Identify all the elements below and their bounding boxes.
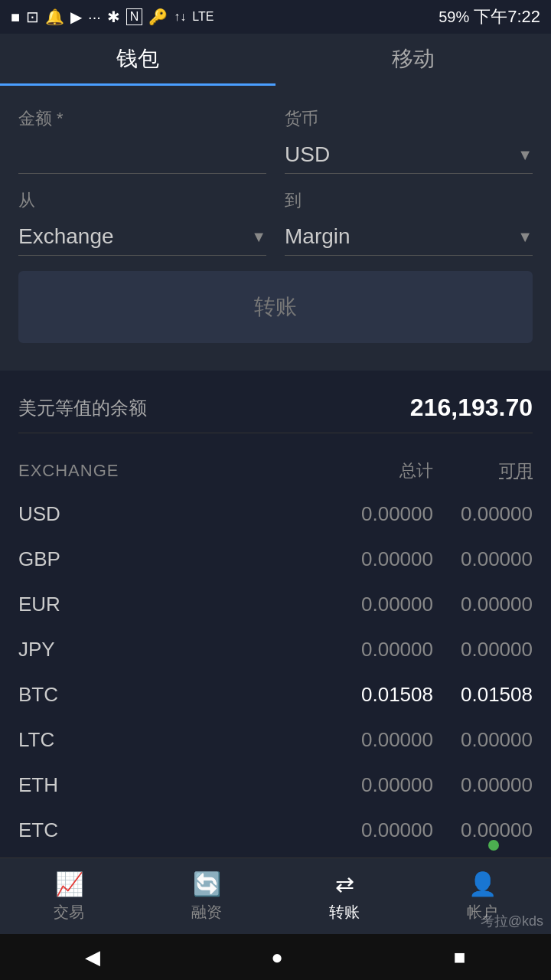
- to-label: 到: [285, 189, 533, 212]
- table-row: BTC 0.01508 0.01508: [18, 672, 533, 717]
- amount-input[interactable]: [18, 136, 266, 174]
- to-chevron-icon: ▼: [517, 228, 533, 246]
- coin-symbol: EUR: [18, 593, 110, 616]
- coin-available: 0.00000: [433, 502, 533, 526]
- coin-values: 0.00000 0.00000: [334, 638, 533, 662]
- android-back-button[interactable]: ◀: [85, 946, 100, 969]
- col-available-header: 可用: [433, 459, 533, 482]
- account-icon: 👤: [468, 871, 497, 897]
- nfc-icon: N: [126, 8, 143, 25]
- table-row: USD 0.00000 0.00000: [18, 492, 533, 537]
- coin-available: 0.01508: [433, 683, 533, 707]
- coin-total: 0.00000: [334, 502, 433, 526]
- table-row: EUR 0.00000 0.00000: [18, 582, 533, 627]
- tab-wallet[interactable]: 钱包: [0, 34, 276, 86]
- from-value: Exchange: [18, 224, 114, 249]
- table-header-row: EXCHANGE 总计 可用: [18, 446, 533, 492]
- coin-symbol: LTC: [18, 728, 110, 752]
- coin-total: 0.00000: [334, 773, 433, 797]
- coin-symbol: USD: [18, 502, 110, 526]
- time-display: 下午7:22: [474, 5, 540, 28]
- amount-label: 金额 *: [18, 107, 266, 130]
- coin-total: 0.00000: [334, 593, 433, 616]
- account-online-dot: [488, 840, 499, 851]
- from-select[interactable]: Exchange ▼: [18, 218, 266, 256]
- coin-values: 0.00000 0.00000: [334, 818, 533, 842]
- status-icon-4: ▶: [70, 8, 82, 26]
- balance-label: 美元等值的余额: [18, 396, 147, 420]
- nav-trade-label: 交易: [54, 902, 84, 923]
- lte-label: LTE: [192, 10, 214, 24]
- transfer-button[interactable]: 转账: [18, 271, 533, 343]
- coin-symbol: GBP: [18, 547, 110, 571]
- coin-values: 0.00000 0.00000: [334, 547, 533, 571]
- android-home-button[interactable]: ●: [271, 946, 283, 969]
- amount-currency-row: 金额 * 货币 USD ▼: [18, 107, 533, 174]
- balance-value: 216,193.70: [410, 394, 533, 422]
- coin-values: 0.01508 0.01508: [334, 683, 533, 707]
- transfer-icon: ⇄: [335, 871, 354, 897]
- coin-values: 0.00000 0.00000: [334, 593, 533, 616]
- signal-icon: ↑↓: [174, 10, 186, 24]
- coin-symbol: BTC: [18, 683, 110, 707]
- coin-total: 0.00000: [334, 638, 433, 662]
- coin-total: 0.00000: [334, 728, 433, 752]
- table-row: LTC 0.00000 0.00000: [18, 717, 533, 763]
- coin-available: 0.00000: [433, 593, 533, 616]
- to-value: Margin: [285, 224, 350, 249]
- to-field: 到 Margin ▼: [285, 189, 533, 256]
- coin-symbol: ETC: [18, 818, 110, 842]
- tab-mobile[interactable]: 移动: [276, 34, 551, 86]
- coin-available: 0.00000: [433, 638, 533, 662]
- android-recent-button[interactable]: ■: [454, 946, 466, 969]
- coin-values: 0.00000 0.00000: [334, 728, 533, 752]
- amount-field: 金额 *: [18, 107, 266, 174]
- nav-funding-label: 融资: [191, 902, 222, 923]
- transfer-form: 金额 * 货币 USD ▼ 从 Exchange ▼ 到 Margin ▼: [0, 86, 551, 372]
- coin-total: 0.01508: [334, 683, 433, 707]
- nav-funding[interactable]: 🔄 融资: [161, 871, 253, 923]
- from-label: 从: [18, 189, 266, 212]
- coin-values: 0.00000 0.00000: [334, 773, 533, 797]
- coin-symbol: JPY: [18, 638, 110, 662]
- nav-transfer[interactable]: ⇄ 转账: [298, 871, 390, 923]
- balance-section: 美元等值的余额 216,193.70: [0, 372, 551, 446]
- currency-field: 货币 USD ▼: [285, 107, 533, 174]
- trade-icon: 📈: [55, 871, 83, 897]
- coin-available: 0.00000: [433, 728, 533, 752]
- table-row: ETC 0.00000 0.00000: [18, 808, 533, 853]
- status-icon-3: 🔔: [45, 8, 64, 26]
- to-select[interactable]: Margin ▼: [285, 218, 533, 256]
- status-bar: ■ ⊡ 🔔 ▶ ··· ✱ N 🔑 ↑↓ LTE 59% 下午7:22: [0, 0, 551, 34]
- status-right-info: 59% 下午7:22: [439, 5, 540, 28]
- transfer-button-row: 转账: [18, 271, 533, 343]
- key-icon: 🔑: [148, 8, 168, 26]
- bottom-navigation: 📈 交易 🔄 融资 ⇄ 转账 👤 帐户: [0, 858, 551, 934]
- table-row: GBP 0.00000 0.00000: [18, 537, 533, 582]
- coin-available: 0.00000: [433, 773, 533, 797]
- status-icon-2: ⊡: [26, 8, 39, 26]
- coin-values: 0.00000 0.00000: [334, 502, 533, 526]
- status-icon-5: ···: [88, 8, 101, 26]
- col-headers: 总计 可用: [334, 459, 533, 482]
- coin-available: 0.00000: [433, 547, 533, 571]
- coin-total: 0.00000: [334, 547, 433, 571]
- exchange-section-title: EXCHANGE: [18, 461, 119, 481]
- status-icon-1: ■: [11, 8, 20, 26]
- balance-header: 美元等值的余额 216,193.70: [18, 394, 533, 433]
- nav-trade[interactable]: 📈 交易: [23, 871, 115, 923]
- col-total-header: 总计: [334, 459, 433, 482]
- coin-total: 0.00000: [334, 818, 433, 842]
- watermark: 考拉@kds: [481, 912, 543, 930]
- coin-symbol: ETH: [18, 773, 110, 797]
- from-to-row: 从 Exchange ▼ 到 Margin ▼: [18, 189, 533, 256]
- from-field: 从 Exchange ▼: [18, 189, 266, 256]
- currency-select[interactable]: USD ▼: [285, 136, 533, 174]
- table-row: JPY 0.00000 0.00000: [18, 627, 533, 672]
- from-chevron-icon: ▼: [251, 228, 266, 246]
- chevron-down-icon: ▼: [517, 146, 533, 164]
- funding-icon: 🔄: [193, 871, 221, 897]
- android-navigation: ◀ ● ■: [0, 934, 551, 980]
- battery-percent: 59%: [439, 8, 469, 26]
- coin-available: 0.00000: [433, 818, 533, 842]
